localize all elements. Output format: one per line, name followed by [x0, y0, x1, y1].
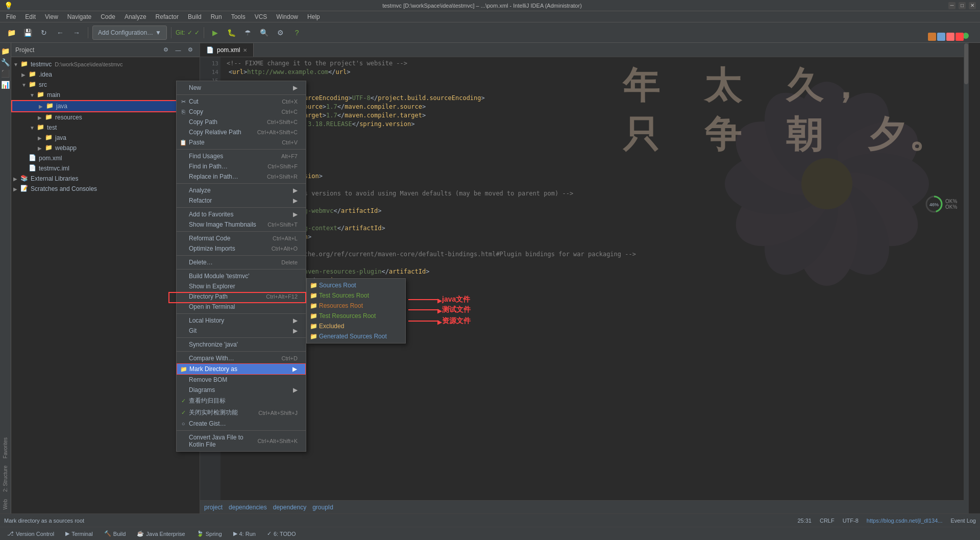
tab-build[interactable]: 🔨 Build [99, 528, 131, 539]
submenu-excluded[interactable]: 📁 Excluded [307, 321, 405, 331]
tree-item-src[interactable]: ▼ 📁 src [11, 80, 200, 90]
submenu-sources-root[interactable]: 📁 Sources Root [307, 280, 405, 290]
toolbar-run-btn[interactable]: ▶ [208, 26, 223, 40]
ctx-replaceinpath[interactable]: Replace in Path… Ctrl+Shift+R [177, 171, 306, 182]
tab-terminal[interactable]: ▶ Terminal [60, 528, 98, 539]
structure-label[interactable]: 2: Structure [1, 463, 10, 494]
status-eventlog[interactable]: Event Log [950, 518, 976, 524]
ctx-sync[interactable]: Synchronize 'java' [177, 339, 306, 350]
menu-window[interactable]: Window [272, 12, 302, 21]
ctx-diagrams[interactable]: Diagrams ▶ [177, 385, 306, 395]
ctx-analyze[interactable]: Analyze ▶ [177, 185, 306, 195]
ctx-showinexplorer[interactable]: Show in Explorer [177, 281, 306, 291]
sidebar-settings-btn[interactable]: ⚙ [161, 45, 171, 55]
minimize-button[interactable]: ─ [948, 2, 955, 9]
sidebar-collapse-btn[interactable]: — [173, 45, 183, 55]
editor-tab-pom[interactable]: 📄 pom.xml ✕ [200, 43, 254, 57]
tree-item-webapp[interactable]: ▶ 📁 webapp [11, 143, 200, 153]
menu-edit[interactable]: Edit [21, 12, 40, 21]
tree-item-java2[interactable]: ▶ 📁 java [11, 133, 200, 143]
ctx-removebom[interactable]: Remove BOM [177, 375, 306, 385]
menu-run[interactable]: Run [207, 12, 226, 21]
ctx-showthumbs[interactable]: Show Image Thumbnails Ctrl+Shift+T [177, 219, 306, 230]
menu-file[interactable]: File [2, 12, 20, 21]
ctx-markdiras[interactable]: 📁 Mark Directory as ▶ [177, 363, 306, 375]
tree-item-testmvc[interactable]: ▼ 📁 testmvc D:\workSpace\idea\testmvc [11, 59, 200, 69]
status-linesep[interactable]: UTF-8 [843, 518, 859, 524]
groupid-tab[interactable]: groupId [312, 504, 333, 511]
tree-item-iml[interactable]: ▶ 📄 testmvc.iml [11, 163, 200, 174]
ctx-reformat[interactable]: Reformat Code Ctrl+Alt+L [177, 233, 306, 243]
submenu-test-resources-root[interactable]: 📁 Test Resources Root [307, 311, 405, 321]
top-right-icon1[interactable] [928, 33, 936, 41]
toolbar-back-btn[interactable]: ← [53, 26, 67, 40]
favorites-label[interactable]: Favorites [1, 435, 10, 460]
toolbar-coverage-btn[interactable]: ☂ [241, 26, 255, 40]
menu-tools[interactable]: Tools [227, 12, 250, 21]
ctx-buildmodule[interactable]: Build Module 'testmvc' [177, 271, 306, 281]
top-right-icon4[interactable] [955, 33, 964, 41]
menu-view[interactable]: View [41, 12, 62, 21]
ctx-refactor[interactable]: Refactor ▶ [177, 195, 306, 206]
tab-version-control[interactable]: ⎇ Version Control [2, 528, 59, 539]
ctx-converttokotlin[interactable]: Convert Java File to Kotlin File Ctrl+Al… [177, 432, 306, 450]
left-icon-2[interactable]: 🔧 [1, 58, 10, 66]
menu-analyze[interactable]: Analyze [120, 12, 151, 21]
tree-item-resources[interactable]: ▶ 📁 resources [11, 112, 200, 122]
tree-item-test[interactable]: ▼ 📁 test [11, 122, 200, 133]
add-configuration-button[interactable]: Add Configuration… ▼ [92, 26, 167, 40]
menu-code[interactable]: Code [96, 12, 119, 21]
tab-todo[interactable]: ✓ 6: TODO [262, 528, 301, 539]
menu-build[interactable]: Build [184, 12, 206, 21]
scrollbar[interactable] [964, 43, 969, 513]
web-label[interactable]: Web [1, 497, 10, 511]
close-button[interactable]: ✕ [969, 2, 976, 9]
ctx-chinese1[interactable]: ✓ 查看约归目标 [177, 395, 306, 407]
toolbar-project-btn[interactable]: 📁 [4, 26, 18, 40]
left-icon-3[interactable]: ⬛ [1, 69, 10, 78]
ctx-paste[interactable]: 📋 Paste Ctrl+V [177, 137, 306, 148]
scrollbar-thumb[interactable] [964, 43, 968, 84]
submenu-generated-sources-root[interactable]: 📁 Generated Sources Root [307, 331, 405, 341]
status-url[interactable]: https://blog.csdn.net/jl_dl134... [867, 518, 943, 524]
ctx-findusages[interactable]: Find Usages Alt+F7 [177, 151, 306, 161]
left-icon-4[interactable]: 📊 [1, 81, 10, 89]
project-tab[interactable]: project [204, 504, 223, 511]
menu-navigate[interactable]: Navigate [63, 12, 95, 21]
tree-item-extlibs[interactable]: ▶ 📚 External Libraries [11, 174, 200, 184]
ctx-delete[interactable]: Delete… Delete [177, 257, 306, 267]
left-icon-1[interactable]: 📁 [1, 47, 10, 55]
dependencies-tab[interactable]: dependencies [229, 504, 267, 511]
top-right-icon2[interactable] [937, 33, 945, 41]
dependency-tab[interactable]: dependency [273, 504, 306, 511]
tab-spring[interactable]: 🍃 Spring [191, 528, 227, 539]
tree-item-scratches[interactable]: ▶ 📝 Scratches and Consoles [11, 184, 200, 194]
top-right-icon3[interactable] [946, 33, 954, 41]
tab-run[interactable]: ▶ 4: Run [228, 528, 261, 539]
ctx-git[interactable]: Git ▶ [177, 326, 306, 336]
ctx-chinese2[interactable]: ✓ 关闭实时检测功能 Ctrl+Alt+Shift+J [177, 407, 306, 419]
toolbar-debug-btn[interactable]: 🐛 [225, 26, 239, 40]
ctx-copyrelpath[interactable]: Copy Relative Path Ctrl+Alt+Shift+C [177, 127, 306, 137]
toolbar-sync-btn[interactable]: ↻ [37, 26, 51, 40]
ctx-dirpath[interactable]: Directory Path Ctrl+Alt+F12 [177, 291, 306, 302]
menu-refactor[interactable]: Refactor [152, 12, 183, 21]
ctx-openinterminal[interactable]: Open in Terminal [177, 302, 306, 312]
ctx-optimizeimports[interactable]: Optimize Imports Ctrl+Alt+O [177, 243, 306, 254]
sidebar-gear-btn[interactable]: ⚙ [185, 45, 195, 55]
tree-item-main[interactable]: ▼ 📁 main [11, 90, 200, 100]
ctx-new[interactable]: New ▶ [177, 83, 306, 93]
tree-item-java[interactable]: ▶ 📁 java [11, 100, 200, 112]
tree-item-pom[interactable]: ▶ 📄 pom.xml [11, 153, 200, 163]
ctx-creategist[interactable]: ○ Create Gist… [177, 419, 306, 429]
toolbar-forward-btn[interactable]: → [69, 26, 84, 40]
status-encoding[interactable]: CRLF [820, 518, 835, 524]
ctx-copy[interactable]: ⎘ Copy Ctrl+C [177, 107, 306, 117]
menu-vcs[interactable]: VCS [251, 12, 272, 21]
status-position[interactable]: 25:31 [797, 518, 812, 524]
ctx-copypath[interactable]: Copy Path Ctrl+Shift+C [177, 117, 306, 127]
ctx-localhistory[interactable]: Local History ▶ [177, 315, 306, 326]
tab-java-enterprise[interactable]: ☕ Java Enterprise [132, 528, 190, 539]
toolbar-search-btn[interactable]: 🔍 [257, 26, 272, 40]
tab-close-icon[interactable]: ✕ [243, 47, 247, 53]
